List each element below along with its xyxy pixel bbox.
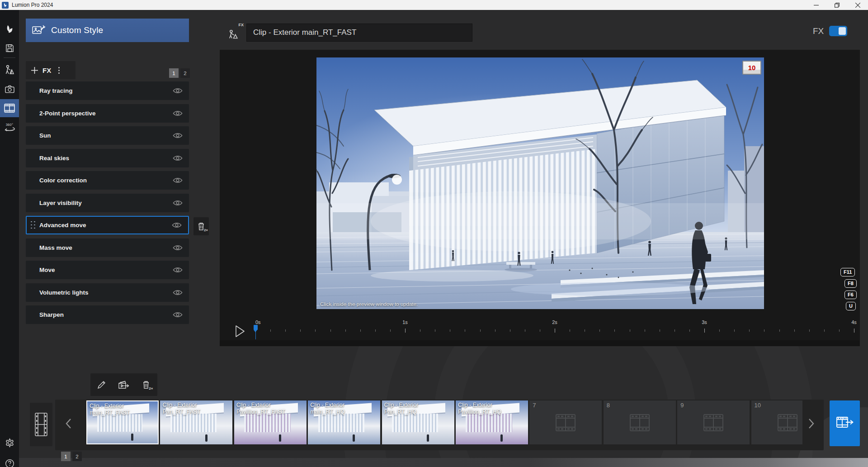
page-tab[interactable]: 1: [61, 452, 71, 461]
panorama-360-icon[interactable]: 360°: [0, 119, 19, 137]
clip-thumbnail[interactable]: Clip - ExteriorPavillion_RT_FAST: [234, 400, 307, 444]
help-icon[interactable]: [0, 454, 19, 467]
photo-mode-icon[interactable]: [0, 80, 19, 98]
empty-clip-slot[interactable]: 9: [677, 400, 750, 444]
keyboard-shortcut-badge: U: [846, 302, 856, 310]
clip-thumbnail-label: Clip - ExteriorPavillion_RT_FAST: [234, 400, 288, 417]
ruler-tick: [450, 329, 450, 332]
empty-clip-slot[interactable]: 10: [751, 400, 802, 444]
clip-thumbnail[interactable]: Clip - Exteriormain_RT_FAST: [86, 400, 159, 444]
drag-handle-icon[interactable]: [31, 221, 36, 229]
clip-thumbnail[interactable]: Clip - ExteriorPan_RT_HQ: [382, 400, 454, 444]
clip-thumbnail[interactable]: Clip - ExteriorPavillion_RT_HQ: [456, 400, 528, 444]
clip-thumbnail[interactable]: Clip - ExteriorPan_RT_FAST: [160, 400, 232, 444]
ruler-tick: [465, 329, 465, 332]
effect-label: Mass move: [39, 244, 72, 251]
effect-row[interactable]: Mass move: [26, 238, 189, 257]
fx-toggle-switch[interactable]: [829, 26, 847, 36]
add-fx-button[interactable]: FX: [26, 61, 75, 79]
thumb-figure: [353, 434, 355, 442]
effect-row[interactable]: Volumetric lights: [26, 283, 189, 302]
ruler-tick-label: 3s: [702, 319, 707, 325]
keyboard-shortcut-badge: F8: [844, 279, 857, 288]
visibility-eye-icon[interactable]: [173, 311, 183, 318]
ruler-tick: [390, 329, 391, 332]
clip-thumbnail-label: Clip - ExteriorPan_RT_FAST: [160, 400, 203, 417]
play-button[interactable]: [233, 324, 247, 338]
effect-row[interactable]: Color correction: [26, 171, 189, 190]
edit-clip-button[interactable]: [93, 376, 111, 394]
clip-name-input[interactable]: [246, 24, 472, 42]
ruler-tick: [599, 329, 600, 332]
visibility-eye-icon[interactable]: [172, 222, 182, 229]
visibility-eye-icon[interactable]: [173, 87, 183, 94]
ruler-tick: [704, 329, 705, 333]
scroll-left-arrow[interactable]: [62, 413, 74, 434]
visibility-eye-icon[interactable]: [173, 289, 183, 296]
render-movie-button[interactable]: [830, 400, 860, 446]
ruler-tick: [854, 329, 854, 333]
sidebar-divider: [4, 57, 15, 58]
delete-badge: 2×: [149, 386, 153, 391]
visibility-eye-icon[interactable]: [173, 132, 183, 139]
ruler-tick: [809, 329, 810, 332]
ruler-tick: [764, 329, 764, 332]
scroll-right-arrow[interactable]: [806, 413, 817, 434]
visibility-eye-icon[interactable]: [173, 267, 183, 273]
restore-button[interactable]: [826, 0, 847, 10]
effect-row[interactable]: Sharpen: [26, 305, 189, 324]
delete-effect-button[interactable]: 2×: [193, 217, 209, 235]
frame-badge-number: 10: [748, 64, 756, 71]
custom-style-header[interactable]: Custom Style: [26, 19, 189, 42]
effect-row[interactable]: Real skies: [26, 149, 189, 167]
clip-thumbnail[interactable]: Clip - Exteriormain_RT_HQ: [308, 400, 380, 444]
empty-clip-slot[interactable]: 7: [529, 400, 602, 444]
export-movie-button[interactable]: [115, 376, 133, 394]
build-mode-icon[interactable]: [0, 61, 19, 79]
effect-label: Sharpen: [39, 311, 64, 318]
film-strip-icon: [629, 414, 650, 432]
effect-row[interactable]: Layer visibility: [26, 194, 189, 212]
settings-gear-icon[interactable]: [0, 434, 19, 452]
ruler-tick: [734, 329, 735, 332]
visibility-eye-icon[interactable]: [173, 200, 183, 206]
fx-menu-kebab-icon[interactable]: [58, 67, 60, 74]
effect-label: Move: [39, 267, 55, 273]
film-strip-icon: [555, 414, 576, 432]
page-tab[interactable]: 2: [72, 452, 82, 461]
timeline-lower-strip: [220, 340, 860, 346]
render-preview[interactable]: Click inside the preview window to updat…: [316, 57, 764, 309]
slot-number: 10: [755, 402, 761, 409]
ruler-tick: [315, 329, 316, 332]
playhead[interactable]: [254, 325, 258, 339]
thumb-figure: [500, 434, 503, 442]
minimize-button[interactable]: [806, 0, 826, 10]
save-icon[interactable]: [0, 39, 19, 57]
page-tab[interactable]: 1: [169, 68, 179, 78]
page-tab[interactable]: 2: [180, 68, 190, 78]
effect-row[interactable]: 2-Point perspective: [26, 104, 189, 123]
visibility-eye-icon[interactable]: [173, 177, 183, 184]
lumion-home-icon[interactable]: [0, 20, 19, 38]
movie-overview-button[interactable]: [30, 403, 52, 446]
preview-hint-text: Click inside the preview window to updat…: [320, 301, 418, 307]
effect-row[interactable]: Move: [26, 261, 189, 279]
ruler-tick: [270, 329, 271, 332]
custom-style-title: Custom Style: [51, 25, 103, 35]
delete-clip-button[interactable]: 2×: [137, 376, 155, 394]
movie-mode-icon[interactable]: [0, 99, 19, 117]
visibility-eye-icon[interactable]: [173, 155, 183, 162]
visibility-eye-icon[interactable]: [173, 244, 183, 251]
ruler-tick: [689, 329, 690, 332]
clip-fx-superscript: FX: [238, 23, 244, 27]
timeline-ruler[interactable]: 0s1s2s3s4s: [255, 319, 854, 343]
thumb-figure: [427, 434, 429, 442]
visibility-eye-icon[interactable]: [173, 110, 183, 117]
effect-row[interactable]: Advanced move: [26, 216, 189, 234]
effect-row[interactable]: Ray tracing: [26, 81, 189, 100]
close-button[interactable]: [847, 0, 868, 10]
effect-row[interactable]: Sun: [26, 126, 189, 145]
empty-clip-slot[interactable]: 8: [604, 400, 676, 444]
clip-thumbnail-label: Clip - ExteriorPan_RT_HQ: [382, 400, 421, 417]
window-title: Lumion Pro 2024: [12, 2, 53, 8]
